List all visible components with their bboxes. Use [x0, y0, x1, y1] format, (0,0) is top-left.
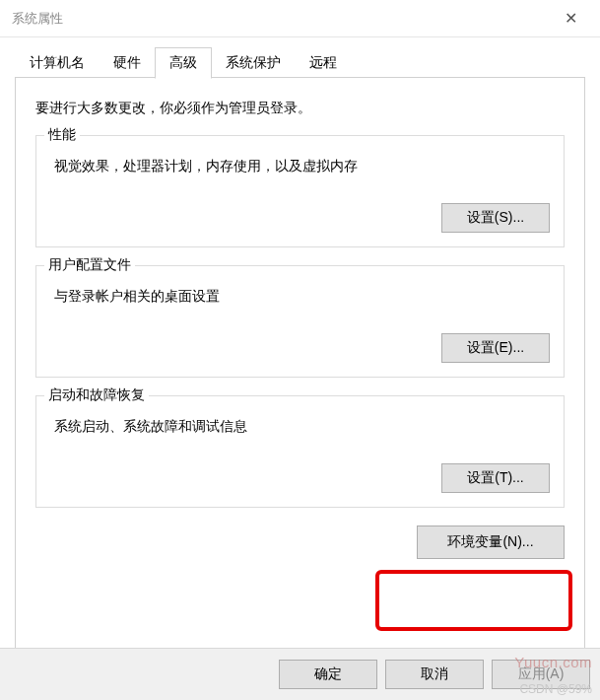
tab-computer-name[interactable]: 计算机名	[15, 47, 100, 78]
group-user-profiles-btn-row: 设置(E)...	[50, 333, 550, 363]
bottom-bar: 确定 取消 应用(A)	[0, 648, 600, 700]
close-icon[interactable]: ✕	[551, 4, 590, 34]
user-profiles-settings-button[interactable]: 设置(E)...	[441, 333, 550, 363]
environment-variables-button[interactable]: 环境变量(N)...	[417, 525, 565, 559]
window-title: 系统属性	[10, 10, 551, 28]
cancel-button[interactable]: 取消	[385, 660, 484, 689]
group-startup: 启动和故障恢复 系统启动、系统故障和调试信息 设置(T)...	[35, 395, 565, 508]
tab-panel-advanced: 要进行大多数更改，你必须作为管理员登录。 性能 视觉效果，处理器计划，内存使用，…	[15, 77, 585, 649]
group-performance: 性能 视觉效果，处理器计划，内存使用，以及虚拟内存 设置(S)...	[35, 135, 565, 247]
group-startup-title: 启动和故障恢复	[44, 386, 149, 404]
group-user-profiles-title: 用户配置文件	[44, 256, 135, 274]
startup-settings-button[interactable]: 设置(T)...	[441, 463, 550, 493]
group-performance-title: 性能	[44, 126, 80, 144]
group-startup-desc: 系统启动、系统故障和调试信息	[54, 418, 550, 436]
apply-button[interactable]: 应用(A)	[492, 660, 590, 689]
titlebar: 系统属性 ✕	[0, 0, 600, 37]
group-performance-btn-row: 设置(S)...	[50, 203, 550, 233]
highlight-box	[375, 570, 572, 631]
tab-hardware[interactable]: 硬件	[99, 47, 156, 78]
tab-remote[interactable]: 远程	[295, 47, 352, 78]
performance-settings-button[interactable]: 设置(S)...	[441, 203, 550, 233]
group-performance-desc: 视觉效果，处理器计划，内存使用，以及虚拟内存	[54, 158, 550, 175]
tab-advanced[interactable]: 高级	[155, 47, 212, 79]
env-row: 环境变量(N)...	[35, 525, 565, 559]
intro-text: 要进行大多数更改，你必须作为管理员登录。	[35, 100, 565, 117]
client-area: 计算机名 硬件 高级 系统保护 远程 要进行大多数更改，你必须作为管理员登录。 …	[0, 37, 600, 649]
group-startup-btn-row: 设置(T)...	[50, 463, 550, 493]
ok-button[interactable]: 确定	[279, 660, 377, 689]
tab-system-protection[interactable]: 系统保护	[211, 47, 296, 78]
group-user-profiles-desc: 与登录帐户相关的桌面设置	[54, 288, 550, 306]
tab-strip: 计算机名 硬件 高级 系统保护 远程	[15, 47, 585, 78]
group-user-profiles: 用户配置文件 与登录帐户相关的桌面设置 设置(E)...	[35, 265, 565, 378]
